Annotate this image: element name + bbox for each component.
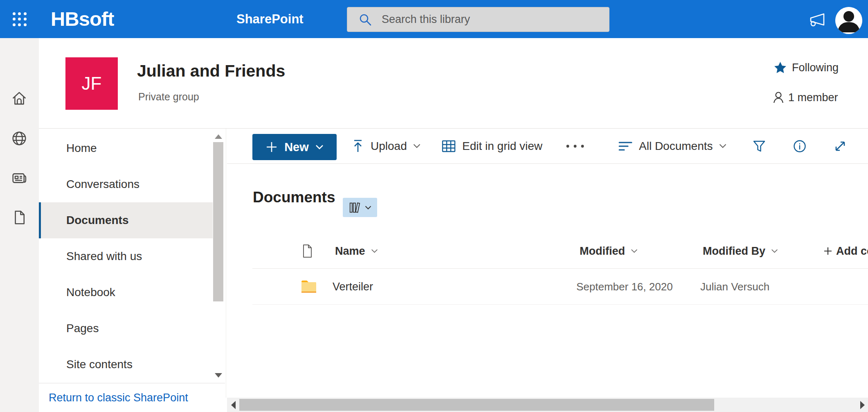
site-privacy-label: Private group [138,90,199,103]
row-modified-cell[interactable]: September 16, 2020 [576,275,673,298]
nav-item-shared-with-us[interactable]: Shared with us [39,238,211,274]
scroll-left-arrow[interactable] [231,401,236,409]
search-icon [359,13,372,26]
new-button-label: New [284,140,309,154]
document-icon[interactable] [11,209,27,226]
sharepoint-library-page: HBsoft SharePoint [0,0,868,412]
view-selector-label: All Documents [639,140,713,153]
filter-button[interactable] [752,129,766,163]
add-column-label: Add column [836,238,868,264]
chevron-down-icon [631,249,638,253]
chevron-down-icon [413,144,421,148]
chevron-down-icon [315,145,324,149]
following-label: Following [792,61,839,74]
table-header-divider [252,268,868,269]
nav-footer: Return to classic SharePoint [39,383,225,412]
following-button[interactable]: Following [774,60,839,75]
news-icon[interactable] [11,170,27,186]
megaphone-icon[interactable] [807,11,826,28]
column-header-modified-by[interactable]: Modified By [703,238,778,264]
upload-label: Upload [371,140,407,153]
nav-item-home[interactable]: Home [39,130,211,166]
table-row-divider [252,304,868,305]
column-name-label: Name [335,238,365,264]
column-modified-by-label: Modified By [703,238,765,264]
more-commands-button[interactable] [566,129,585,163]
expand-fullscreen-button[interactable] [833,129,847,163]
library-view-toggle-button[interactable] [343,198,377,217]
site-header: JF Julian and Friends Private group Foll… [39,38,868,128]
scroll-right-arrow[interactable] [860,401,865,409]
search-box[interactable] [347,7,609,32]
nav-scroll-down-arrow[interactable] [215,373,222,378]
person-icon [773,91,784,104]
bookshelf-icon [349,201,361,214]
nav-item-pages[interactable]: Pages [39,310,211,346]
upload-button[interactable]: Upload [351,129,421,163]
nav-content-divider [226,129,226,398]
site-logo[interactable]: JF [65,57,118,110]
star-icon [774,61,787,75]
suite-bar: HBsoft SharePoint [0,0,868,38]
site-title[interactable]: Julian and Friends [137,61,285,81]
edit-grid-view-label: Edit in grid view [462,140,542,153]
org-logo-text[interactable]: HBsoft [51,0,114,38]
nav-item-documents[interactable]: Documents [39,202,213,238]
members-button[interactable]: 1 member [773,90,838,105]
nav-scroll-up-arrow[interactable] [215,134,222,139]
sort-lines-icon [618,140,633,152]
members-label: 1 member [788,91,838,104]
column-header-type[interactable] [301,238,313,264]
info-button[interactable] [793,129,807,163]
filter-funnel-icon [752,139,766,153]
site-logo-initials: JF [82,73,102,94]
nav-item-conversations[interactable]: Conversations [39,166,211,202]
grid-view-icon [441,139,456,153]
horizontal-scrollbar[interactable] [227,398,868,412]
file-type-icon [301,244,313,258]
plus-icon [265,141,278,153]
info-circle-icon [793,139,807,153]
home-icon[interactable] [11,90,27,106]
nav-scrollbar-thumb[interactable] [213,142,223,301]
search-input[interactable] [381,13,609,26]
left-app-rail [0,38,39,412]
product-label[interactable]: SharePoint [236,0,304,38]
chevron-down-icon [719,144,726,148]
user-avatar[interactable] [835,7,862,34]
row-name-cell[interactable]: Verteiler [333,275,373,298]
folder-icon [301,280,317,293]
document-library-pane: Documents Name Modified Modifi [227,164,868,398]
chevron-down-icon [365,206,371,210]
upload-icon [351,139,364,153]
column-modified-label: Modified [580,238,625,264]
horizontal-scrollbar-thumb[interactable] [239,399,714,411]
library-heading: Documents [253,187,335,208]
nav-item-site-contents[interactable]: Site contents [39,346,211,383]
chevron-down-icon [771,249,778,253]
diagonal-resize-icon [833,139,847,153]
column-header-name[interactable]: Name [335,238,378,264]
row-modified-by-cell[interactable]: Julian Versuch [700,275,769,298]
column-header-modified[interactable]: Modified [580,238,638,264]
view-selector-button[interactable]: All Documents [618,129,726,163]
globe-icon[interactable] [11,130,27,147]
site-nav: Home Conversations Documents Shared with… [39,129,225,383]
edit-grid-view-button[interactable]: Edit in grid view [441,129,542,163]
new-button[interactable]: New [252,134,337,160]
app-launcher-waffle-icon[interactable] [11,11,28,27]
command-bar: New Upload Edit in grid view [227,129,868,164]
return-to-classic-link[interactable]: Return to classic SharePoint [49,383,188,412]
plus-icon [823,247,832,256]
add-column-button[interactable]: Add column [823,238,868,264]
chevron-down-icon [371,249,378,253]
ellipsis-icon [566,144,585,148]
nav-item-notebook[interactable]: Notebook [39,274,211,310]
